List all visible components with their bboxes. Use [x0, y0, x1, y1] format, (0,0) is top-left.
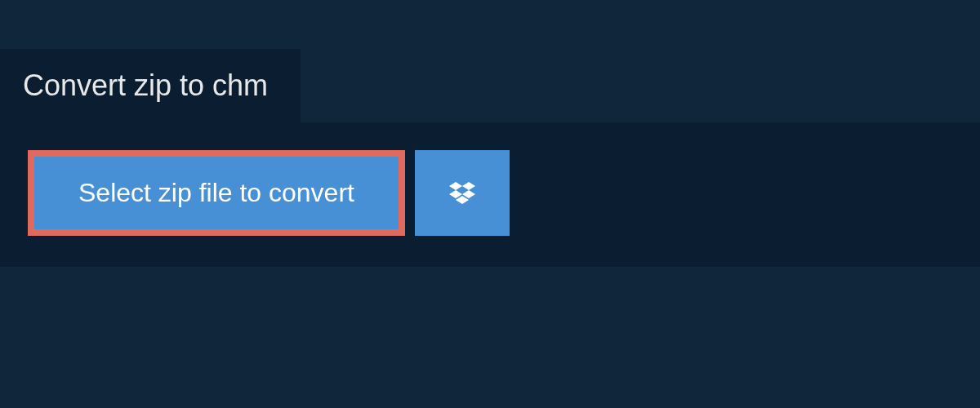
tab-header: Convert zip to chm [0, 49, 301, 122]
dropbox-button[interactable] [415, 150, 510, 236]
upload-panel: Select zip file to convert [0, 122, 980, 267]
select-file-button[interactable]: Select zip file to convert [28, 150, 405, 236]
page-title: Convert zip to chm [23, 69, 268, 103]
button-row: Select zip file to convert [28, 150, 952, 236]
dropbox-icon [446, 177, 479, 210]
select-file-label: Select zip file to convert [78, 178, 354, 208]
